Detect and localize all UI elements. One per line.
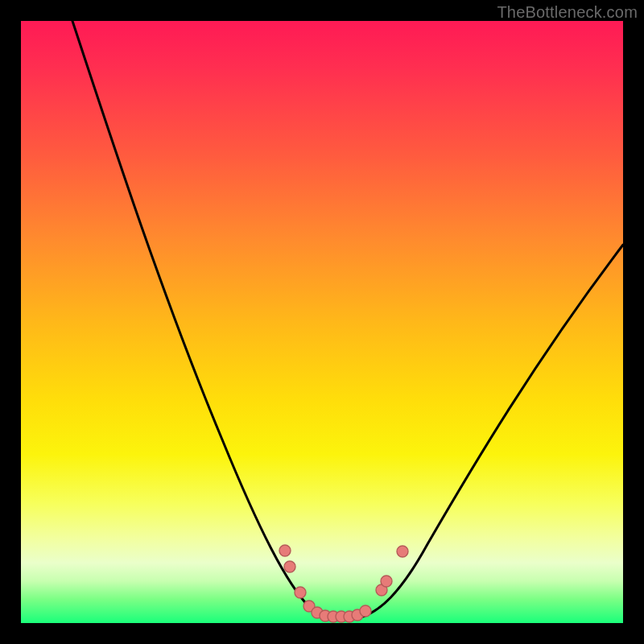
data-marker <box>295 587 306 598</box>
chart-frame <box>21 21 623 623</box>
bottleneck-curve <box>71 16 623 619</box>
data-marker <box>381 576 392 587</box>
data-marker <box>397 546 408 557</box>
data-marker <box>360 605 371 617</box>
data-marker <box>279 545 291 556</box>
data-marker <box>284 561 295 572</box>
marker-group <box>279 545 408 622</box>
chart-svg <box>21 21 623 623</box>
watermark-text: TheBottleneck.com <box>497 3 638 22</box>
